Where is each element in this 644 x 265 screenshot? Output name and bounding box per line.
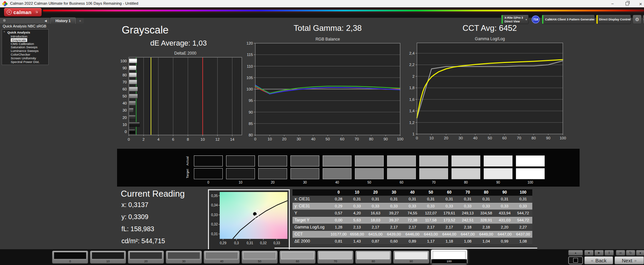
total-gamma-label: Total Gamma: 2,38	[255, 23, 400, 33]
pattern-swatch	[129, 252, 162, 259]
restore-button[interactable]	[621, 0, 634, 7]
pattern-generator-button[interactable]: CalMAN Client 3 Pattern Generator ▾	[542, 15, 595, 24]
actual-swatch-0	[194, 155, 223, 167]
sidebar-item-screen-uniformity[interactable]: Screen Uniformity	[11, 56, 36, 60]
pattern-button-80[interactable]: 80	[355, 251, 391, 264]
pattern-button-30[interactable]: 30	[166, 251, 202, 264]
pattern-window-button[interactable]	[568, 256, 583, 264]
table-cell: 0,89	[403, 238, 422, 245]
sidebar-collapse-icon[interactable]: ◀	[43, 18, 48, 23]
refresh-button[interactable]: ↻	[626, 250, 635, 256]
tree-root-label[interactable]: Quick Analysis	[7, 30, 30, 34]
cie-target-marker	[256, 210, 259, 213]
table-cell: 6444,00	[440, 231, 459, 238]
deltae-y-label: 20	[122, 116, 127, 120]
pattern-button-90[interactable]: 90	[393, 251, 429, 264]
stop-button[interactable]: ■	[584, 250, 594, 256]
table-col-header: 70	[459, 189, 477, 196]
target-swatch-30	[290, 168, 319, 179]
cie-y-tick: 0,35	[211, 194, 218, 198]
table-row-label: Target Y	[292, 217, 329, 224]
table-cell: 5,63	[348, 217, 366, 224]
record-button[interactable]: ●	[636, 250, 644, 256]
back-button[interactable]: « Back	[584, 256, 613, 264]
table-row-label: CCT	[292, 231, 329, 238]
pattern-button-70[interactable]: 70	[317, 251, 354, 264]
reading-cdm2: cd/m²: 544,715	[121, 237, 165, 245]
tab-history-1[interactable]: History 1	[50, 17, 76, 24]
sidebar-item-luminance-sweeps[interactable]: Luminance Sweeps	[11, 49, 39, 53]
table-cell: 0,33	[459, 203, 477, 210]
target-swatch-50	[355, 168, 384, 179]
table-col-header: 20	[366, 189, 385, 196]
minimize-button[interactable]: –	[606, 0, 619, 7]
actual-swatch-70	[419, 155, 448, 167]
pattern-bar-indicator	[274, 248, 537, 249]
pattern-button-10[interactable]: 10	[90, 251, 126, 264]
table-cell: 1,08	[514, 238, 532, 245]
pattern-button-20[interactable]: 20	[128, 251, 164, 264]
de-average-label: dE Average: 1,03	[150, 39, 207, 48]
sidebar-dot-button[interactable]	[2, 18, 6, 22]
actual-swatch-90	[484, 155, 513, 167]
next-button[interactable]: Next »	[614, 256, 644, 264]
table-cell: 6443,00	[422, 231, 440, 238]
swatch-level-label: 10	[226, 181, 255, 184]
sidebar-item-colorchecker[interactable]: ColorChecker	[11, 53, 30, 56]
tree-expander-icon[interactable]: ▾	[4, 30, 5, 33]
pattern-button-50[interactable]: 50	[241, 251, 278, 264]
display-control-button[interactable]: Direct Display Control ▾	[596, 15, 631, 24]
restore-icon	[626, 2, 629, 5]
calman-logo-text: calman	[13, 9, 32, 15]
sidebar-item-saturation-sweeps[interactable]: Saturation Sweeps	[11, 45, 38, 49]
generator-dropdown-icon[interactable]: ▾	[592, 18, 593, 21]
x-tick-label: 60	[340, 137, 344, 140]
table-cell: 39,27	[385, 210, 403, 217]
table-row-label: ΔE 2000	[292, 238, 329, 245]
table-cell: 1,04	[477, 238, 495, 245]
table-cell: 0,33	[366, 203, 385, 210]
next-chevron-icon: »	[634, 258, 637, 263]
table-cell: 0,31	[477, 196, 495, 203]
x-tick-label: 50	[488, 136, 492, 140]
cie-x-tick: 0,3	[234, 241, 239, 245]
table-cell: 431,03	[495, 217, 514, 224]
play-button[interactable]: ▶	[594, 250, 604, 256]
table-col-header: 10	[348, 189, 366, 196]
current-reading-title: Current Reading	[121, 189, 185, 199]
meter-button[interactable]: X-Rite i1Pro 3 Direct View ▾	[501, 15, 529, 24]
pause-button[interactable]: ‖	[604, 250, 614, 256]
rgb-balance-chart: 1201151101051009590858001020304050607080…	[241, 35, 407, 140]
deltae-y-label: 50	[122, 94, 127, 98]
meter-dropdown-icon[interactable]: ▾	[526, 18, 527, 21]
logo-dropdown-icon[interactable]: ▾	[35, 10, 39, 14]
table-cell: 1,17	[422, 238, 440, 245]
cct-avg-label: CCT Avg: 6452	[415, 23, 564, 33]
cie-y-tick: 0,34	[211, 203, 218, 207]
panel-collapse-button[interactable]: ◀	[643, 15, 644, 24]
calman-logo-button[interactable]: ✳ calman ▾	[4, 8, 42, 16]
table-cell: 1,43	[348, 238, 366, 245]
sidebar-item-spectral-power-dist-[interactable]: Spectral Power Dist.	[11, 60, 40, 64]
pattern-button-0[interactable]: 0	[52, 251, 88, 264]
pattern-window-up-button[interactable]: ▲	[568, 250, 583, 256]
swatch-level-label: 30	[290, 181, 319, 184]
display-control-label: Direct Display Control	[596, 18, 631, 21]
sidebar-item-cms-calibration[interactable]: CMS Calibration	[11, 42, 34, 46]
table-cell: 0,60	[385, 238, 403, 245]
table-cell: 0,31	[348, 196, 366, 203]
settings-gear-button[interactable]: ⚙	[633, 15, 642, 24]
pattern-button-60[interactable]: 60	[279, 251, 316, 264]
sidebar-item-introduction[interactable]: Introduction	[11, 35, 28, 38]
close-button[interactable]: ×	[634, 0, 644, 7]
deltae-y-label: 40	[122, 101, 127, 105]
pattern-button-40[interactable]: 40	[204, 251, 240, 264]
pattern-swatch	[357, 252, 390, 259]
sidebar-item-grayscale[interactable]: Grayscale	[11, 38, 27, 42]
display-dropdown-icon[interactable]: ▾	[628, 18, 629, 21]
loop-button[interactable]: ∞	[616, 250, 625, 256]
deltae-x-tick: 14	[230, 137, 234, 141]
tab-add-button[interactable]: +	[76, 18, 84, 23]
table-cell: 249,13	[459, 210, 477, 217]
pattern-button-100[interactable]: 100	[431, 250, 467, 264]
